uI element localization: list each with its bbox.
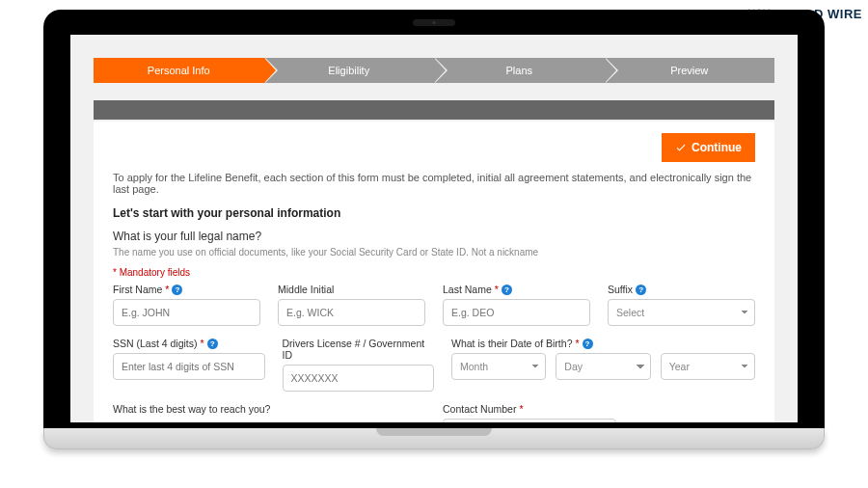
dob-year-select[interactable]: Year [661, 353, 755, 380]
info-icon[interactable]: ? [583, 339, 593, 349]
contact-number-label: Contact Number * [443, 403, 755, 415]
info-icon[interactable]: ? [207, 339, 218, 349]
info-icon[interactable]: ? [636, 285, 646, 295]
reach-label: What is the best way to reach you? [113, 403, 425, 415]
step-personal-info[interactable]: Personal Info [94, 58, 264, 83]
first-name-input[interactable] [113, 299, 260, 326]
header-bar [94, 100, 774, 120]
laptop-camera [413, 19, 455, 26]
intro-text: To apply for the Lifeline Benefit, each … [113, 172, 755, 195]
middle-initial-label: Middle Initial [278, 284, 425, 295]
gov-id-label: Drivers License # / Government ID [283, 338, 435, 361]
first-name-label: First Name * ? [113, 284, 260, 295]
mandatory-legend: * Mandatory fields [113, 267, 755, 278]
section-heading: Let's start with your personal informati… [113, 206, 755, 220]
middle-initial-input[interactable] [278, 299, 425, 326]
contact-number-input[interactable] [443, 419, 616, 422]
info-icon[interactable]: ? [172, 285, 182, 295]
step-plans[interactable]: Plans [434, 58, 605, 83]
dob-label: What is their Date of Birth? * ? [451, 338, 755, 349]
continue-button[interactable]: Continue [662, 133, 755, 162]
info-icon[interactable]: ? [502, 285, 512, 295]
last-name-label: Last Name * ? [443, 284, 590, 295]
laptop-base [43, 428, 825, 449]
stepper: Personal Info Eligibility Plans Preview [94, 58, 774, 83]
last-name-input[interactable] [443, 299, 590, 326]
dob-day-select[interactable]: Day [556, 353, 650, 380]
laptop-mockup: Personal Info Eligibility Plans Preview … [43, 10, 825, 449]
check-icon [675, 142, 687, 153]
step-preview[interactable]: Preview [605, 58, 775, 83]
legal-name-question: What is your full legal name? [113, 230, 755, 243]
suffix-select[interactable]: Select [608, 299, 755, 326]
legal-name-hint: The name you use on official documents, … [113, 247, 755, 258]
dob-month-select[interactable]: Month [451, 353, 546, 380]
ssn-input[interactable] [113, 353, 265, 380]
ssn-label: SSN (Last 4 digits) * ? [113, 338, 265, 349]
suffix-label: Suffix ? [608, 284, 755, 295]
gov-id-input[interactable] [283, 365, 435, 392]
step-eligibility[interactable]: Eligibility [264, 58, 435, 83]
